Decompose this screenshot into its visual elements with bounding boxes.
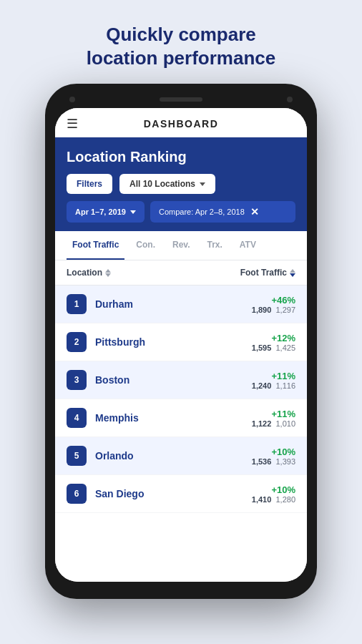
page-headline: Quickly compare location performance bbox=[58, 0, 304, 84]
tab-rev[interactable]: Rev. bbox=[167, 231, 195, 260]
pct-change: +12% bbox=[252, 333, 295, 343]
chevron-down-icon bbox=[200, 182, 205, 186]
phone-screen: ☰ DASHBOARD Location Ranking Filters All… bbox=[55, 108, 307, 582]
location-name: Pittsburgh bbox=[95, 336, 145, 348]
rank-badge: 6 bbox=[67, 484, 87, 504]
traffic-values: 1,536 1,393 bbox=[252, 457, 295, 466]
column-foot-traffic: Foot Traffic bbox=[240, 268, 295, 278]
tab-con[interactable]: Con. bbox=[130, 231, 161, 260]
ranking-title: Location Ranking bbox=[67, 149, 295, 165]
dashboard-title: DASHBOARD bbox=[144, 118, 219, 130]
row-right: +46% 1,890 1,297 bbox=[252, 295, 295, 314]
date-range-button[interactable]: Apr 1–7, 2019 bbox=[67, 201, 145, 223]
rank-badge: 1 bbox=[67, 294, 87, 314]
table-row[interactable]: 5 Orlando +10% 1,536 1,393 bbox=[55, 437, 307, 475]
rank-badge: 2 bbox=[67, 332, 87, 352]
date-row: Apr 1–7, 2019 Compare: Apr 2–8, 2018 ✕ bbox=[67, 201, 295, 223]
table-body: 1 Durham +46% 1,890 1,297 2 Pittsburgh +… bbox=[55, 286, 307, 513]
filters-button[interactable]: Filters bbox=[67, 174, 112, 194]
phone-speaker bbox=[160, 97, 202, 102]
location-name: Memphis bbox=[95, 412, 139, 424]
top-bar: ☰ DASHBOARD bbox=[55, 108, 307, 137]
pct-change: +11% bbox=[252, 371, 295, 381]
close-icon[interactable]: ✕ bbox=[250, 206, 259, 218]
phone-shell: ☰ DASHBOARD Location Ranking Filters All… bbox=[45, 84, 317, 599]
location-table: Location Foot Traffic bbox=[55, 260, 307, 582]
location-name: Durham bbox=[95, 298, 133, 310]
tabs-row: Foot Traffic Con. Rev. Trx. ATV bbox=[55, 231, 307, 260]
row-left: 4 Memphis bbox=[67, 408, 139, 428]
traffic-values: 1,240 1,116 bbox=[252, 381, 295, 390]
traffic-values: 1,595 1,425 bbox=[252, 343, 295, 352]
table-row[interactable]: 6 San Diego +10% 1,410 1,280 bbox=[55, 475, 307, 513]
table-row[interactable]: 3 Boston +11% 1,240 1,116 bbox=[55, 361, 307, 399]
pct-change: +11% bbox=[252, 409, 295, 419]
menu-icon[interactable]: ☰ bbox=[67, 116, 78, 132]
row-left: 1 Durham bbox=[67, 294, 133, 314]
camera-right bbox=[287, 97, 293, 102]
rank-badge: 5 bbox=[67, 446, 87, 466]
tab-atv[interactable]: ATV bbox=[234, 231, 262, 260]
phone-notch bbox=[55, 94, 307, 108]
main-content: Location Ranking Filters All 10 Location… bbox=[55, 137, 307, 582]
row-right: +10% 1,536 1,393 bbox=[252, 447, 295, 466]
column-location: Location bbox=[67, 268, 111, 278]
row-right: +11% 1,240 1,116 bbox=[252, 371, 295, 390]
location-name: Orlando bbox=[95, 450, 134, 462]
camera-left bbox=[69, 97, 75, 102]
traffic-values: 1,410 1,280 bbox=[252, 495, 295, 504]
traffic-values: 1,890 1,297 bbox=[252, 306, 295, 314]
compare-button[interactable]: Compare: Apr 2–8, 2018 ✕ bbox=[150, 201, 295, 223]
tab-trx[interactable]: Trx. bbox=[201, 231, 228, 260]
pct-change: +10% bbox=[252, 447, 295, 457]
row-right: +11% 1,122 1,010 bbox=[252, 409, 295, 428]
location-name: Boston bbox=[95, 374, 129, 386]
row-left: 2 Pittsburgh bbox=[67, 332, 145, 352]
tab-foot-traffic[interactable]: Foot Traffic bbox=[67, 231, 124, 260]
table-header-row: Location Foot Traffic bbox=[55, 260, 307, 286]
row-left: 6 San Diego bbox=[67, 484, 144, 504]
pct-change: +46% bbox=[252, 295, 295, 306]
location-name: San Diego bbox=[95, 488, 144, 499]
chevron-down-icon-date bbox=[130, 210, 136, 214]
rank-badge: 3 bbox=[67, 370, 87, 390]
row-right: +12% 1,595 1,425 bbox=[252, 333, 295, 352]
locations-dropdown[interactable]: All 10 Locations bbox=[119, 174, 215, 194]
row-left: 3 Boston bbox=[67, 370, 129, 390]
row-left: 5 Orlando bbox=[67, 446, 134, 466]
table-row[interactable]: 2 Pittsburgh +12% 1,595 1,425 bbox=[55, 323, 307, 361]
pct-change: +10% bbox=[252, 484, 295, 495]
row-right: +10% 1,410 1,280 bbox=[252, 484, 295, 504]
table-row[interactable]: 1 Durham +46% 1,890 1,297 bbox=[55, 286, 307, 323]
sort-arrows-traffic[interactable] bbox=[290, 269, 295, 277]
traffic-values: 1,122 1,010 bbox=[252, 419, 295, 428]
sort-arrows-location[interactable] bbox=[105, 269, 111, 277]
rank-badge: 4 bbox=[67, 408, 87, 428]
ranking-header: Location Ranking Filters All 10 Location… bbox=[55, 137, 307, 231]
filter-row: Filters All 10 Locations bbox=[67, 174, 295, 194]
table-row[interactable]: 4 Memphis +11% 1,122 1,010 bbox=[55, 399, 307, 437]
